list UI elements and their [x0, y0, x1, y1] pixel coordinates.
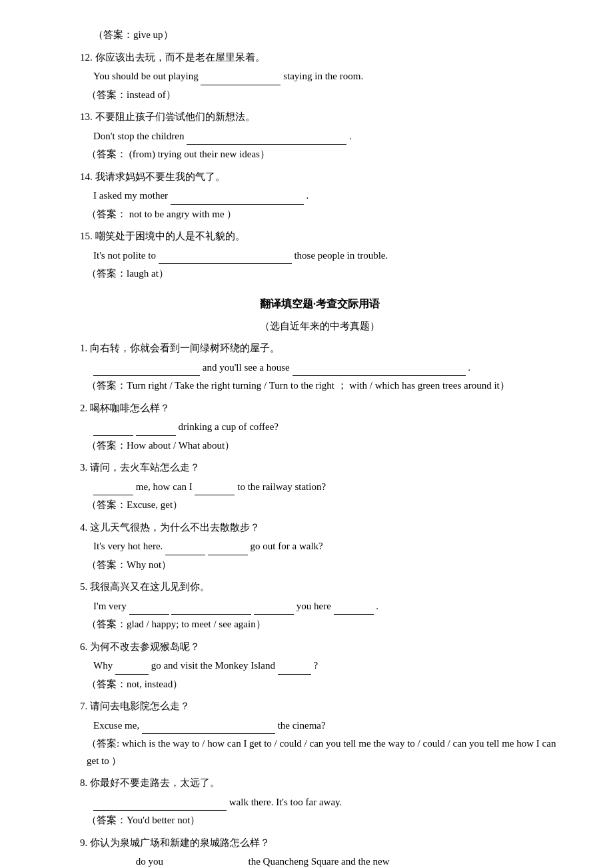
prev-answer-0: （答案：give up）: [80, 27, 560, 44]
blank-3a: [93, 478, 133, 496]
item-2-answer: （答案：How about / What about）: [80, 437, 560, 455]
item-8-english: walk there. It's too far away.: [80, 793, 560, 811]
item-9-chinese: 9. 你认为泉城广场和新建的泉城路怎么样？: [80, 835, 560, 852]
item-12: 12. 你应该出去玩，而不是老在屋里呆着。 You should be out …: [80, 49, 560, 104]
item-2-chinese: 2. 喝杯咖啡怎么样？: [80, 400, 560, 417]
item-1: 1. 向右转，你就会看到一间绿树环绕的屋子。 and you'll see a …: [80, 340, 560, 395]
item-3-english: me, how can I to the railway station?: [80, 478, 560, 496]
blank-7: [142, 717, 275, 735]
blank-1b: [293, 359, 466, 377]
item-4-english: It's very hot here. go out for a walk?: [80, 537, 560, 555]
blank-5d: [334, 597, 374, 615]
item-13-answer: （答案： (from) trying out their new ideas）: [80, 146, 560, 163]
item-15-num-chinese: 15. 嘲笑处于困境中的人是不礼貌的。: [80, 228, 560, 245]
blank-5b: [171, 597, 251, 615]
item-3: 3. 请问，去火车站怎么走？ me, how can I to the rail…: [80, 459, 560, 514]
page-content: （答案：give up） 12. 你应该出去玩，而不是老在屋里呆着。 You s…: [80, 27, 560, 868]
item-12-num-chinese: 12. 你应该出去玩，而不是老在屋里呆着。: [80, 49, 560, 67]
item-7-english: Excuse me, the cinema?: [80, 717, 560, 735]
blank-2b: [136, 418, 176, 436]
blank-6a: [115, 657, 149, 675]
item-2: 2. 喝杯咖啡怎么样？ drinking a cup of coffee? （答…: [80, 400, 560, 455]
item-1-chinese: 1. 向右转，你就会看到一间绿树环绕的屋子。: [80, 340, 560, 357]
item-13: 13. 不要阻止孩子们尝试他们的新想法。 Don't stop the chil…: [80, 109, 560, 163]
item-9: 9. 你认为泉城广场和新建的泉城路怎么样？ do you the Quanche…: [80, 835, 560, 868]
item-13-english: Don't stop the children .: [80, 127, 560, 145]
item-15-english: It's not polite to those people in troub…: [80, 247, 560, 265]
item-4-chinese: 4. 这儿天气很热，为什么不出去散散步？: [80, 519, 560, 537]
item-14: 14. 我请求妈妈不要生我的气了。 I asked my mother . （答…: [80, 169, 560, 223]
section-title: 翻译填空题·考查交际用语: [80, 295, 560, 313]
blank-14: [171, 187, 304, 205]
blank-2a: [93, 418, 133, 436]
blank-4b: [208, 537, 248, 555]
item-7-answer: （答案: which is the way to / how can I get…: [80, 735, 560, 769]
item-12-english: You should be out playing staying in the…: [80, 67, 560, 85]
blank-5c: [254, 597, 294, 615]
item-8-answer: （答案：You'd better not）: [80, 812, 560, 829]
item-3-chinese: 3. 请问，去火车站怎么走？: [80, 459, 560, 477]
item-14-english: I asked my mother .: [80, 187, 560, 205]
item-4: 4. 这儿天气很热，为什么不出去散散步？ It's very hot here.…: [80, 519, 560, 574]
item-14-answer: （答案： not to be angry with me ）: [80, 206, 560, 223]
item-7: 7. 请问去电影院怎么走？ Excuse me, the cinema? （答案…: [80, 698, 560, 769]
item-8-chinese: 8. 你最好不要走路去，太远了。: [80, 775, 560, 792]
blank-13: [187, 127, 346, 145]
blank-3b: [195, 478, 235, 496]
item-5: 5. 我很高兴又在这儿见到你。 I'm very you here . （答案：…: [80, 579, 560, 633]
item-6: 6. 为何不改去参观猴岛呢？ Why go and visit the Monk…: [80, 639, 560, 693]
blank-12: [201, 67, 281, 85]
item-5-answer: （答案：glad / happy; to meet / see again）: [80, 616, 560, 633]
item-9-english: do you the Quancheng Square and the new: [80, 853, 560, 868]
item-13-num-chinese: 13. 不要阻止孩子们尝试他们的新想法。: [80, 109, 560, 126]
blank-8: [93, 793, 227, 811]
answer-text: （答案：give up）: [80, 27, 560, 44]
item-6-answer: （答案：not, instead）: [80, 676, 560, 693]
item-5-chinese: 5. 我很高兴又在这儿见到你。: [80, 579, 560, 596]
item-6-english: Why go and visit the Monkey Island ?: [80, 657, 560, 675]
blank-5a: [129, 597, 169, 615]
item-15-answer: （答案：laugh at）: [80, 265, 560, 283]
item-6-chinese: 6. 为何不改去参观猴岛呢？: [80, 639, 560, 656]
blank-1a: [93, 359, 200, 377]
blank-9a: [93, 853, 133, 868]
item-2-english: drinking a cup of coffee?: [80, 418, 560, 436]
item-1-english: and you'll see a house .: [80, 359, 560, 377]
item-3-answer: （答案：Excuse, get）: [80, 497, 560, 514]
item-8: 8. 你最好不要走路去，太远了。 walk there. It's too fa…: [80, 775, 560, 829]
item-15: 15. 嘲笑处于困境中的人是不礼貌的。 It's not polite to t…: [80, 228, 560, 283]
blank-4a: [165, 537, 205, 555]
item-7-chinese: 7. 请问去电影院怎么走？: [80, 698, 560, 715]
blank-6b: [278, 657, 311, 675]
item-12-answer: （答案：instead of）: [80, 87, 560, 104]
item-5-english: I'm very you here .: [80, 597, 560, 615]
blank-9b: [166, 853, 246, 868]
section-subtitle: （选自近年来的中考真题）: [80, 318, 560, 335]
blank-15: [159, 247, 292, 265]
item-14-num-chinese: 14. 我请求妈妈不要生我的气了。: [80, 169, 560, 186]
item-4-answer: （答案：Why not）: [80, 557, 560, 574]
item-1-answer: （答案：Turn right / Take the right turning …: [80, 377, 560, 395]
